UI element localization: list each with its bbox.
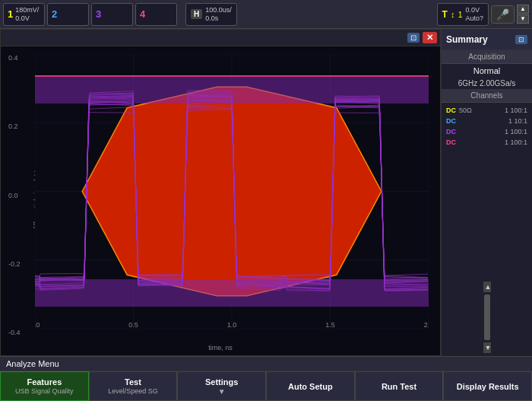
scope-close-button[interactable]: ✕ — [423, 32, 437, 43]
acquisition-header: Acquisition — [442, 50, 532, 64]
features-label: Features — [27, 377, 62, 387]
right-panel-header: Summary ⊡ — [442, 29, 532, 50]
channels-header: Channels — [442, 89, 532, 103]
scope-display: differential signal, V time, ns 0.40.20.… — [1, 46, 440, 355]
right-scroll-thumb[interactable] — [484, 294, 490, 340]
summary-title: Summary — [446, 34, 488, 45]
trigger-icon: T — [442, 9, 448, 20]
test-button[interactable]: Test Level/Speed SG — [89, 371, 178, 401]
run-test-label: Run Test — [382, 382, 416, 391]
ch4-ratio: 1 100:1 — [505, 138, 527, 146]
ch1-impedance: 50Ω — [459, 107, 472, 114]
ch1-num: 1 — [8, 8, 13, 20]
auto-setup-label: Auto Setup — [288, 382, 333, 391]
test-label: Test — [125, 377, 141, 387]
y-tick-label: 0.0 — [8, 192, 18, 199]
main-area: ⊡ ✕ differential signal, V time, ns 0.40… — [0, 29, 532, 356]
bottom-bar: Analyze Menu Features USB Signal Quality… — [0, 356, 532, 401]
ch3-color-label: DC — [446, 128, 456, 135]
display-results-button[interactable]: Display Results — [443, 371, 532, 401]
scope-header: ⊡ ✕ — [1, 30, 440, 46]
scope-canvas — [35, 54, 429, 329]
horizontal-button[interactable]: H 100.0us/ 0.0s — [185, 3, 237, 26]
ch1-ratio: 1 100:1 — [505, 107, 527, 114]
settings-arrow: ▼ — [218, 387, 226, 396]
trig-symbol: ↕ — [451, 10, 455, 19]
settings-label: Settings — [205, 377, 238, 387]
y-tick-label: -0.4 — [8, 329, 21, 336]
run-test-button[interactable]: Run Test — [355, 371, 444, 401]
channel-2-button[interactable]: 2 — [47, 3, 89, 26]
y-tick-label: -0.2 — [8, 260, 21, 268]
ch3-num: 3 — [96, 8, 101, 20]
x-axis-label: time, ns — [208, 344, 233, 352]
y-tick-label: 0.4 — [8, 54, 18, 62]
channel-row-4: DC 1 100:1 — [445, 138, 529, 147]
ch3-ratio: 1 100:1 — [505, 128, 527, 135]
panel-icon[interactable]: ⊡ — [515, 35, 527, 44]
scroll-up-arrow[interactable]: ▲ — [517, 5, 529, 14]
test-sublabel: Level/Speed SG — [108, 387, 158, 395]
right-scrollbar: ▲ ▼ — [442, 278, 532, 356]
channel-row-3: DC 1 100:1 — [445, 127, 529, 136]
features-button[interactable]: Features USB Signal Quality — [0, 371, 89, 401]
ch2-color-label: DC — [446, 117, 456, 125]
ch1-values: 180mV/ 0.0V — [15, 6, 39, 23]
ch4-num: 4 — [140, 8, 145, 20]
settings-button[interactable]: Settings ▼ — [177, 371, 266, 401]
scroll-down-arrow[interactable]: ▼ — [517, 14, 529, 24]
top-toolbar: 1 180mV/ 0.0V 2 3 4 H 100.0us/ 0.0s T ↕ … — [0, 0, 532, 29]
ch2-num: 2 — [52, 8, 57, 20]
horiz-values: 100.0us/ 0.0s — [205, 6, 232, 23]
trigger-button[interactable]: T ↕ 1 0.0V Auto? — [437, 3, 489, 26]
scroll-arrows: ▲ ▼ — [517, 5, 529, 24]
trig-num: 1 — [458, 10, 462, 19]
ch2-ratio: 1 10:1 — [508, 117, 527, 125]
trig-values: 0.0V Auto? — [466, 6, 484, 23]
analyze-label: Analyze Menu — [0, 357, 532, 371]
ch4-color-label: DC — [446, 138, 456, 146]
acq-details: 6GHz 2.00GSa/s — [442, 78, 532, 89]
right-scroll-down[interactable]: ▼ — [483, 342, 491, 353]
horiz-icon: H — [191, 9, 202, 19]
right-panel: Summary ⊡ Acquisition Normal 6GHz 2.00GS… — [441, 29, 532, 356]
mic-button[interactable]: 🎤 — [491, 5, 515, 24]
scope-panel: ⊡ ✕ differential signal, V time, ns 0.40… — [0, 29, 441, 356]
y-tick-label: 0.2 — [8, 123, 18, 130]
bottom-buttons: Features USB Signal Quality Test Level/S… — [0, 371, 532, 401]
features-sublabel: USB Signal Quality — [15, 387, 74, 395]
channel-row-2: DC 1 10:1 — [445, 116, 529, 126]
right-scroll-up[interactable]: ▲ — [483, 282, 491, 292]
auto-setup-button[interactable]: Auto Setup — [266, 371, 355, 401]
scope-window-icon[interactable]: ⊡ — [407, 33, 420, 43]
channels-section: DC 50Ω 1 100:1 DC 1 10:1 DC 1 100:1 DC 1… — [442, 103, 532, 150]
channel-3-button[interactable]: 3 — [91, 3, 133, 26]
channel-4-button[interactable]: 4 — [135, 3, 177, 26]
channel-row-1: DC 50Ω 1 100:1 — [445, 106, 529, 115]
acq-normal: Normal — [442, 64, 532, 78]
ch1-color-label: DC — [446, 107, 456, 114]
channel-1-button[interactable]: 1 180mV/ 0.0V — [3, 3, 45, 26]
display-results-label: Display Results — [457, 382, 519, 391]
